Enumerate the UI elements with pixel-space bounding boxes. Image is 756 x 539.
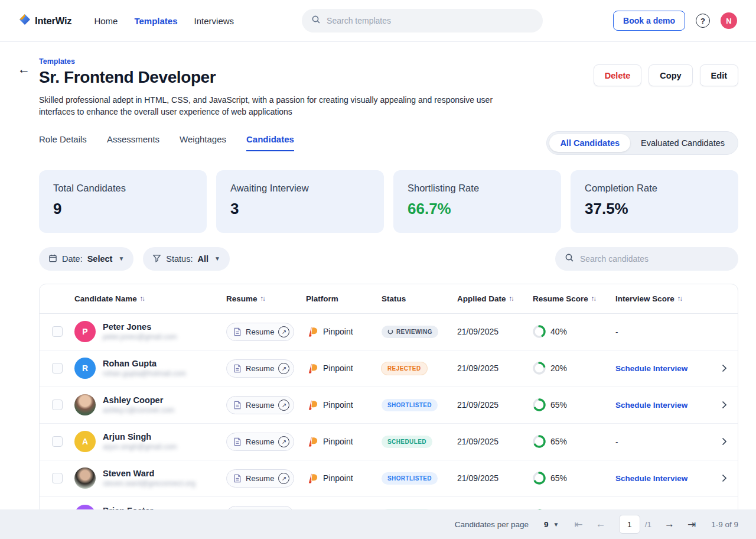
col-resume: Resume↑↓ bbox=[226, 294, 306, 303]
top-nav: InterWiz Home Templates Interviews Book … bbox=[0, 0, 756, 42]
sort-icon[interactable]: ↑↓ bbox=[509, 295, 514, 302]
status-label: SHORTLISTED bbox=[387, 402, 432, 408]
search-candidates-input[interactable] bbox=[580, 254, 729, 264]
last-page-icon[interactable]: ⇥ bbox=[687, 518, 696, 531]
header-main: Templates Sr. Frontend Developer Skilled… bbox=[39, 57, 594, 118]
row-checkbox[interactable] bbox=[52, 400, 63, 410]
header-actions: Delete Copy Edit bbox=[594, 57, 738, 118]
candidate-name: Ashley Cooper bbox=[103, 395, 174, 405]
resume-button[interactable]: Resume ↗ bbox=[226, 433, 294, 451]
tab-role-details[interactable]: Role Details bbox=[39, 134, 87, 151]
table-row[interactable]: R Rohan Gupta rohan.gupta@hotmail.com Re… bbox=[40, 350, 738, 387]
document-icon bbox=[233, 474, 242, 483]
status-filter-label: Status: bbox=[166, 254, 193, 264]
edit-button[interactable]: Edit bbox=[700, 64, 738, 86]
row-checkbox[interactable] bbox=[52, 363, 63, 374]
resume-button[interactable]: Resume ↗ bbox=[226, 469, 294, 488]
row-checkbox[interactable] bbox=[52, 473, 63, 483]
back-arrow-icon[interactable]: ← bbox=[18, 57, 39, 118]
status-filter[interactable]: Status: All ▼ bbox=[143, 247, 230, 271]
help-icon[interactable]: ? bbox=[696, 14, 710, 28]
nav-item-interviews[interactable]: Interviews bbox=[194, 16, 234, 26]
nav-item-templates[interactable]: Templates bbox=[134, 16, 177, 26]
book-demo-button[interactable]: Book a demo bbox=[613, 11, 685, 31]
stat-label: Completion Rate bbox=[585, 183, 724, 194]
platform-label: Pinpoint bbox=[323, 327, 353, 336]
next-page-icon[interactable]: → bbox=[664, 518, 674, 530]
logo[interactable]: InterWiz bbox=[19, 14, 71, 28]
nav-item-home[interactable]: Home bbox=[94, 16, 118, 26]
schedule-interview-link[interactable]: Schedule Interview bbox=[615, 401, 687, 410]
resume-button[interactable]: Resume ↗ bbox=[226, 359, 294, 378]
resume-score-value: 65% bbox=[550, 437, 567, 446]
row-chevron-icon[interactable] bbox=[709, 437, 738, 446]
status-filter-value: All bbox=[197, 254, 208, 264]
row-chevron-icon[interactable] bbox=[709, 400, 738, 410]
status-label: REVIEWING bbox=[396, 329, 432, 335]
interview-cell: Schedule Interview bbox=[615, 364, 709, 373]
per-page-select[interactable]: 9 ▼ bbox=[544, 520, 559, 529]
resume-button[interactable]: Resume ↗ bbox=[226, 396, 294, 414]
open-resume-icon[interactable]: ↗ bbox=[278, 400, 289, 411]
open-resume-icon[interactable]: ↗ bbox=[278, 473, 289, 484]
stat-label: Awaiting Interview bbox=[230, 183, 370, 194]
row-chevron-icon[interactable] bbox=[709, 473, 738, 483]
calendar-icon bbox=[48, 254, 57, 264]
schedule-interview-link[interactable]: Schedule Interview bbox=[615, 474, 687, 483]
table-row[interactable]: A Arjun Singh arjun.singh@gmail.com Resu… bbox=[40, 424, 738, 460]
sort-icon[interactable]: ↑↓ bbox=[677, 295, 682, 302]
toggle-evaluated-candidates[interactable]: Evaluated Candidates bbox=[630, 134, 735, 152]
row-checkbox[interactable] bbox=[52, 436, 63, 447]
search-templates-input[interactable] bbox=[327, 16, 533, 25]
open-resume-icon[interactable]: ↗ bbox=[278, 363, 289, 374]
status-label: REJECTED bbox=[387, 365, 421, 372]
tab-weightages[interactable]: Weightages bbox=[180, 134, 226, 151]
pagination-bar: Candidates per page 9 ▼ ⇤ ← 1 /1 → ⇥ 1-9… bbox=[0, 509, 756, 539]
resume-score-value: 65% bbox=[550, 400, 567, 410]
toggle-all-candidates[interactable]: All Candidates bbox=[549, 134, 630, 152]
col-status: Status bbox=[382, 294, 457, 303]
templates-search[interactable] bbox=[302, 9, 543, 33]
tab-candidates[interactable]: Candidates bbox=[246, 134, 294, 151]
delete-button[interactable]: Delete bbox=[594, 64, 642, 86]
tab-assessments[interactable]: Assessments bbox=[107, 134, 159, 151]
platform-label: Pinpoint bbox=[323, 437, 353, 446]
table-row[interactable]: Ashley Cooper ashley.c@coronet.com Resum… bbox=[40, 387, 738, 424]
pinpoint-icon bbox=[306, 399, 318, 411]
stat-value: 9 bbox=[53, 200, 193, 218]
table-row[interactable]: P Peter Jones peter.jones@gmail.com Resu… bbox=[40, 314, 738, 350]
sort-icon[interactable]: ↑↓ bbox=[260, 295, 265, 302]
candidate-name: Steven Ward bbox=[103, 469, 195, 478]
current-page-input[interactable]: 1 bbox=[619, 515, 640, 534]
date-filter[interactable]: Date: Select ▼ bbox=[39, 247, 133, 271]
resume-button[interactable]: Resume ↗ bbox=[226, 323, 294, 341]
copy-button[interactable]: Copy bbox=[649, 64, 692, 86]
sort-icon[interactable]: ↑↓ bbox=[140, 295, 145, 302]
candidates-search[interactable] bbox=[555, 247, 738, 271]
open-resume-icon[interactable]: ↗ bbox=[278, 326, 289, 337]
prev-page-icon[interactable]: ← bbox=[596, 518, 606, 530]
status-label: SCHEDULED bbox=[387, 439, 426, 445]
date-filter-value: Select bbox=[87, 254, 113, 264]
interview-cell: - bbox=[615, 327, 709, 336]
schedule-interview-link[interactable]: Schedule Interview bbox=[615, 364, 687, 373]
applied-date: 21/09/2025 bbox=[457, 363, 533, 373]
status-badge: SHORTLISTED bbox=[382, 472, 438, 485]
table-row[interactable]: Steven Ward steven.ward@greconnect.org R… bbox=[40, 460, 738, 497]
page-description: Skilled professional adept in HTML, CSS,… bbox=[39, 94, 517, 118]
row-checkbox[interactable] bbox=[52, 326, 63, 337]
stat-value: 66.7% bbox=[408, 200, 547, 218]
open-resume-icon[interactable]: ↗ bbox=[278, 436, 289, 447]
first-page-icon[interactable]: ⇤ bbox=[574, 518, 582, 531]
user-avatar[interactable]: N bbox=[721, 12, 737, 29]
applied-date: 21/09/2025 bbox=[457, 400, 533, 410]
breadcrumb[interactable]: Templates bbox=[39, 57, 594, 66]
pinpoint-icon bbox=[306, 362, 318, 375]
row-chevron-icon[interactable] bbox=[709, 363, 738, 373]
chevron-down-icon: ▼ bbox=[214, 255, 220, 262]
logo-diamond-icon bbox=[19, 14, 31, 28]
status-spinner-icon bbox=[387, 329, 393, 335]
sort-icon[interactable]: ↑↓ bbox=[591, 295, 596, 302]
page-header: ← Templates Sr. Frontend Developer Skill… bbox=[18, 57, 738, 118]
status-badge: REJECTED bbox=[382, 362, 427, 375]
